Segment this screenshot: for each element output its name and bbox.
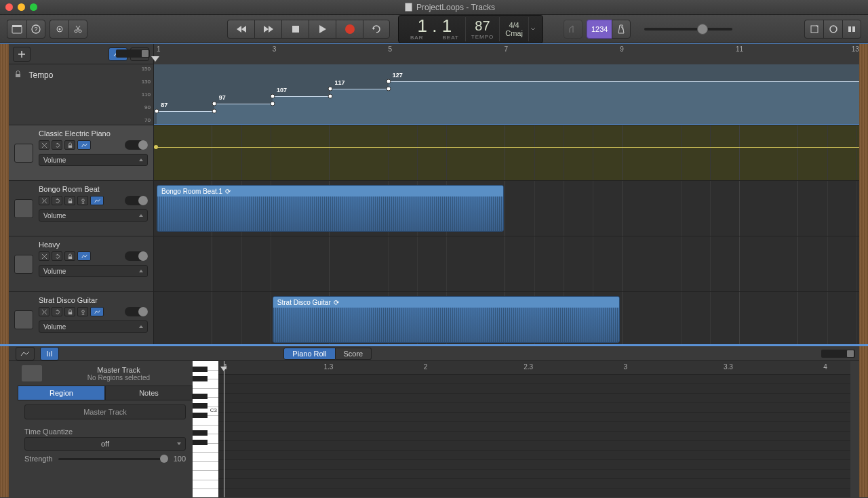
track-header[interactable]: Heavy Volume bbox=[9, 236, 154, 291]
library-button[interactable] bbox=[7, 20, 26, 39]
track-enable-switch[interactable] bbox=[125, 140, 148, 150]
lcd-timesig[interactable]: 4/4 bbox=[509, 21, 519, 29]
solo-button[interactable] bbox=[52, 196, 62, 205]
automation-param-select[interactable]: Volume bbox=[39, 265, 148, 277]
count-in-button[interactable]: 1234 bbox=[587, 20, 612, 39]
tab-piano-roll[interactable]: Piano Roll bbox=[283, 348, 335, 360]
region-name-field[interactable]: Master Track bbox=[24, 404, 186, 419]
playhead-marker-icon[interactable] bbox=[151, 56, 159, 62]
track-enable-switch[interactable] bbox=[125, 251, 148, 261]
zoom-window-button[interactable] bbox=[30, 3, 37, 11]
lcd-tempo[interactable]: 87 bbox=[475, 18, 490, 34]
tuner-button[interactable] bbox=[564, 20, 583, 39]
track-enable-switch[interactable] bbox=[125, 307, 148, 316]
tempo-point[interactable] bbox=[270, 102, 275, 106]
piano-keyboard[interactable]: C3 bbox=[193, 361, 218, 497]
document-icon bbox=[405, 3, 412, 12]
tab-score[interactable]: Score bbox=[336, 348, 372, 360]
track-lane[interactable]: Strat Disco Guitar⟳ bbox=[154, 292, 859, 344]
tempo-point[interactable] bbox=[270, 94, 275, 99]
side-tab-region[interactable]: Region bbox=[18, 386, 105, 400]
automation-mode-button[interactable] bbox=[77, 140, 91, 150]
track-row[interactable]: Heavy Volume bbox=[9, 236, 859, 292]
tempo-point[interactable] bbox=[212, 109, 217, 114]
lcd-key[interactable]: Cmaj bbox=[505, 29, 523, 37]
track-header[interactable]: Bongo Room Beat Volume bbox=[9, 181, 154, 236]
automation-param-select[interactable]: Volume bbox=[39, 320, 148, 333]
automation-param-select[interactable]: Volume bbox=[39, 209, 148, 222]
editor-inspector: Master Track No Regions selected Region … bbox=[18, 346, 193, 497]
automation-param-select[interactable]: Volume bbox=[39, 154, 148, 166]
notepad-button[interactable] bbox=[804, 20, 823, 39]
tempo-point[interactable] bbox=[386, 79, 391, 84]
mute-button[interactable] bbox=[39, 196, 50, 205]
track-row[interactable]: Classic Electric Piano Volume bbox=[9, 125, 859, 181]
track-row[interactable]: Bongo Room Beat Volume Bongo Room Beat.1… bbox=[9, 181, 859, 236]
automation-mode-button[interactable] bbox=[77, 251, 91, 261]
master-volume-slider[interactable] bbox=[644, 28, 732, 30]
lock-button[interactable] bbox=[64, 140, 75, 150]
help-button[interactable]: ? bbox=[26, 20, 45, 39]
cycle-button[interactable] bbox=[363, 20, 390, 39]
editor-catch-button[interactable] bbox=[40, 347, 59, 360]
track-lane[interactable]: Bongo Room Beat.1⟳ bbox=[154, 181, 859, 236]
track-lane[interactable] bbox=[154, 236, 859, 291]
lock-button[interactable] bbox=[64, 196, 75, 205]
metronome-button[interactable] bbox=[612, 20, 631, 39]
editor-ruler-label: 2 bbox=[424, 363, 428, 371]
close-window-button[interactable] bbox=[5, 3, 13, 11]
piano-roll-ruler[interactable]: 11.322.333.34 bbox=[218, 361, 850, 375]
track-lane[interactable] bbox=[154, 125, 859, 180]
tempo-value-label: 127 bbox=[393, 72, 403, 79]
track-header[interactable]: Strat Disco Guitar Volume bbox=[9, 292, 154, 344]
mute-button[interactable] bbox=[39, 307, 50, 316]
track-row[interactable]: Strat Disco Guitar Volume Strat Disco Gu… bbox=[9, 292, 859, 344]
media-button[interactable] bbox=[842, 20, 861, 39]
track-enable-switch[interactable] bbox=[125, 196, 148, 205]
automation-mode-button[interactable] bbox=[90, 307, 104, 316]
lcd-display[interactable]: 1 . 1 BARBEAT 87 TEMPO 4/4 Cmaj bbox=[398, 15, 543, 43]
play-button[interactable] bbox=[309, 20, 336, 39]
stop-button[interactable] bbox=[281, 20, 309, 39]
lock-button[interactable] bbox=[64, 251, 75, 261]
automation-line[interactable] bbox=[154, 147, 859, 148]
tempo-point[interactable] bbox=[386, 87, 391, 91]
minimize-window-button[interactable] bbox=[18, 3, 25, 11]
solo-button[interactable] bbox=[52, 307, 62, 316]
tempo-lane[interactable]: 8797107117127 bbox=[154, 64, 859, 125]
rewind-button[interactable] bbox=[227, 20, 254, 39]
tempo-point[interactable] bbox=[155, 109, 159, 114]
automation-mode-button[interactable] bbox=[90, 196, 104, 205]
strength-slider[interactable] bbox=[58, 458, 168, 460]
tempo-point[interactable] bbox=[328, 87, 333, 91]
scissors-button[interactable] bbox=[68, 20, 87, 39]
horizontal-zoom-slider[interactable] bbox=[116, 49, 150, 58]
quantize-select[interactable]: off bbox=[24, 437, 186, 451]
editor-playhead-icon[interactable] bbox=[224, 361, 224, 497]
editor-automation-button[interactable] bbox=[16, 347, 35, 360]
record-button[interactable] bbox=[336, 20, 363, 39]
solo-button[interactable] bbox=[52, 140, 62, 150]
piano-roll-cells[interactable] bbox=[218, 375, 850, 497]
strength-value: 100 bbox=[174, 455, 186, 463]
input-monitor-button[interactable] bbox=[77, 196, 88, 205]
add-track-button[interactable] bbox=[13, 47, 31, 62]
ruler-bar-label: 11 bbox=[736, 45, 743, 53]
solo-button[interactable] bbox=[52, 251, 62, 261]
input-monitor-button[interactable] bbox=[77, 307, 88, 316]
piano-roll-grid[interactable]: 11.322.333.34 bbox=[218, 361, 850, 497]
audio-region[interactable]: Bongo Room Beat.1⟳ bbox=[157, 185, 504, 232]
mute-button[interactable] bbox=[39, 140, 50, 150]
tempo-point[interactable] bbox=[212, 102, 217, 106]
lock-button[interactable] bbox=[64, 307, 75, 316]
editor-zoom-slider[interactable] bbox=[821, 350, 855, 358]
tempo-track-header[interactable]: Tempo 1501301109070 bbox=[9, 64, 154, 125]
forward-button[interactable] bbox=[254, 20, 281, 39]
loops-button[interactable] bbox=[823, 20, 842, 39]
track-header[interactable]: Classic Electric Piano Volume bbox=[9, 125, 154, 180]
toolbar-settings-button[interactable] bbox=[50, 20, 68, 39]
tempo-point[interactable] bbox=[328, 94, 333, 99]
audio-region[interactable]: Strat Disco Guitar⟳ bbox=[273, 296, 620, 343]
side-tab-notes[interactable]: Notes bbox=[105, 386, 193, 400]
mute-button[interactable] bbox=[39, 251, 50, 261]
